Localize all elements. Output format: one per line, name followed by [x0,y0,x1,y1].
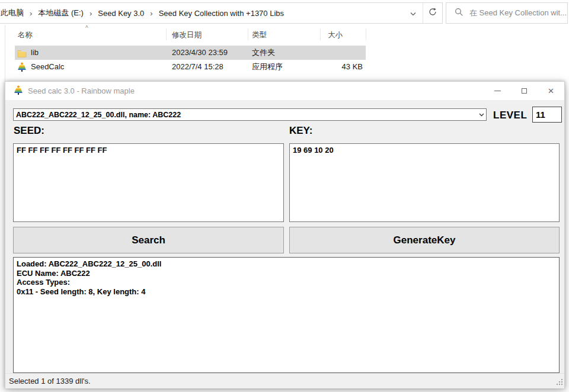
column-header-type[interactable]: 类型 [252,27,267,43]
window-title: Seed calc 3.0 - Rainbow maple [28,86,135,95]
status-bar: Selected 1 of 1339 dll's. [5,373,564,388]
log-output[interactable]: Loaded: ABC222_ABC222_12_25_00.dll ECU N… [13,257,560,373]
explorer-search-box[interactable]: 在 Seed Key Collection wit... [446,2,568,24]
seedcalc-window: Seed calc 3.0 - Rainbow maple × ABC222_A… [5,81,565,388]
column-header-date[interactable]: 修改日期 [172,27,202,43]
dll-select-value: ABC222_ABC222_12_25_00.dll, name: ABC222 [14,111,477,119]
level-label: LEVEL [493,108,527,123]
file-name: SeedCalc [31,60,64,74]
address-dropdown-button[interactable] [404,3,423,23]
seedcalc-app-icon [17,62,27,76]
column-header-size[interactable]: 大小 [328,27,343,43]
breadcrumb-item-this-pc[interactable]: 此电脑 [0,8,28,18]
dll-select-combobox[interactable]: ABC222_ABC222_12_25_00.dll, name: ABC222 [13,108,487,121]
maximize-icon [522,88,527,94]
breadcrumb: 此电脑 › 本地磁盘 (E:) › Seed Key 3.0 › Seed Ke… [0,3,404,23]
file-size: 43 KB [320,60,363,74]
file-type: 文件夹 [252,46,275,60]
search-button[interactable]: Search [13,227,284,253]
column-header-name[interactable]: 名称 [18,27,33,43]
key-label: KEY: [289,125,312,137]
column-divider[interactable] [320,28,321,40]
generate-key-button[interactable]: GenerateKey [289,227,560,253]
close-icon: × [548,86,554,96]
breadcrumb-separator-icon: › [149,9,154,18]
breadcrumb-separator-icon: › [88,9,93,18]
minimize-icon [494,91,501,91]
close-button[interactable]: × [538,82,564,100]
breadcrumb-item-drive-e[interactable]: 本地磁盘 (E:) [33,8,88,18]
key-output[interactable]: 19 69 10 20 [289,143,560,222]
column-divider[interactable] [166,28,167,40]
title-bar[interactable]: Seed calc 3.0 - Rainbow maple × [5,82,564,100]
sort-ascending-icon: ^ [85,25,88,32]
explorer-address-bar[interactable]: 此电脑 › 本地磁盘 (E:) › Seed Key 3.0 › Seed Ke… [0,2,443,24]
column-divider[interactable] [248,28,248,40]
minimize-button[interactable] [484,82,511,100]
file-date: 2022/7/4 15:28 [172,60,223,74]
seed-label: SEED: [14,125,44,137]
status-text: Selected 1 of 1339 dll's. [9,377,91,385]
chevron-down-icon [477,113,486,117]
seedcalc-app-icon [14,85,23,97]
column-divider[interactable] [366,28,366,40]
refresh-icon [429,8,437,18]
file-row-seedcalc[interactable]: SeedCalc 2022/7/4 15:28 应用程序 43 KB [0,60,391,74]
level-input[interactable] [532,107,562,123]
file-type: 应用程序 [252,60,283,74]
search-icon [455,8,463,19]
breadcrumb-separator-icon: › [28,9,33,18]
file-name: lib [31,46,39,60]
seed-input[interactable]: FF FF FF FF FF FF FF FF [13,143,284,222]
refresh-button[interactable] [423,3,442,23]
breadcrumb-item-seed-key-30[interactable]: Seed Key 3.0 [93,9,149,18]
chevron-down-icon [410,8,416,18]
file-size [320,46,363,60]
resize-grip-icon[interactable] [556,378,563,387]
search-input[interactable]: 在 Seed Key Collection wit... [469,8,567,18]
file-date: 2023/4/30 23:59 [172,46,228,60]
file-row-lib[interactable]: lib 2023/4/30 23:59 文件夹 [0,46,391,60]
maximize-button[interactable] [511,82,538,100]
breadcrumb-item-collection[interactable]: Seed Key Collection with +1370 Libs [154,9,289,18]
